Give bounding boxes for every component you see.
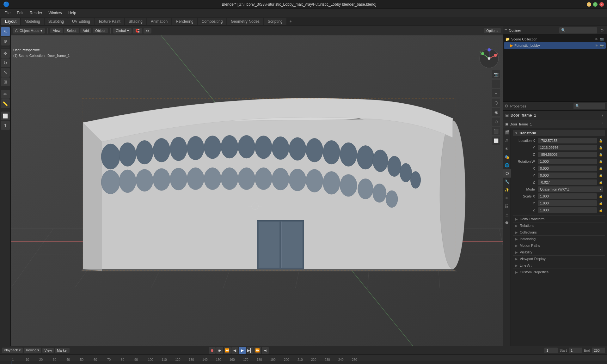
location-x-field[interactable]: -702.57153 xyxy=(538,138,597,143)
viewport[interactable]: ⬡ Object Mode ▾ View Select Add Object G… xyxy=(11,26,503,346)
props-tab-object[interactable]: ⬡ xyxy=(503,169,511,178)
scale-x-lock[interactable]: 🔒 xyxy=(598,193,603,199)
motion-paths-section[interactable]: ▶ Motion Paths xyxy=(513,242,605,249)
props-tab-data[interactable]: △ xyxy=(503,210,511,219)
mode-selector[interactable]: ⬡ Object Mode ▾ xyxy=(13,28,45,33)
menu-edit[interactable]: Edit xyxy=(14,10,26,16)
menu-file[interactable]: File xyxy=(2,10,13,16)
rotation-z-lock[interactable]: 🔒 xyxy=(598,179,603,185)
props-tab-material[interactable]: ⬟ xyxy=(503,219,511,227)
rotation-y-field[interactable]: 0.000 xyxy=(538,173,597,178)
proportional-edit-button[interactable]: ⊙ xyxy=(144,28,151,33)
view-menu[interactable]: View xyxy=(50,28,63,33)
visibility-section[interactable]: ▶ Visibility xyxy=(513,249,605,255)
camera-view-button[interactable]: 📷 xyxy=(492,70,500,78)
close-button[interactable]: ✕ xyxy=(599,2,604,7)
rendered-view-button[interactable]: ◉ xyxy=(492,108,500,116)
location-x-lock[interactable]: 🔒 xyxy=(598,138,603,143)
scale-z-lock[interactable]: 🔒 xyxy=(598,207,603,213)
keying-menu[interactable]: Keying ▾ xyxy=(24,348,41,353)
props-tab-world[interactable]: 🌐 xyxy=(503,161,511,169)
global-selector[interactable]: Global ▾ xyxy=(113,28,132,33)
line-art-section[interactable]: ▶ Line Art xyxy=(513,262,605,269)
location-z-field[interactable]: -854.56006 xyxy=(538,152,597,157)
snap-button[interactable]: 🧲 xyxy=(133,28,142,33)
props-tab-particles[interactable]: ✨ xyxy=(503,186,511,194)
next-keyframe-button[interactable]: ⏩ xyxy=(254,347,261,354)
properties-search[interactable]: 🔍 xyxy=(573,103,605,109)
render-icon-2[interactable]: 📷 xyxy=(599,43,604,48)
zoom-out-button[interactable]: − xyxy=(492,89,500,97)
tab-modeling[interactable]: Modeling xyxy=(21,18,44,25)
tab-rendering[interactable]: Rendering xyxy=(172,18,197,25)
scale-z-field[interactable]: 1.000 xyxy=(538,207,597,213)
rotate-tool-button[interactable]: ↻ xyxy=(1,58,10,67)
menu-render[interactable]: Render xyxy=(27,10,45,16)
scale-y-lock[interactable]: 🔒 xyxy=(598,200,603,206)
tab-layout[interactable]: Layout xyxy=(1,18,20,25)
select-tool-button[interactable]: ↖ xyxy=(1,27,10,36)
scale-x-field[interactable]: 1.000 xyxy=(538,193,597,199)
tab-animation[interactable]: Animation xyxy=(147,18,171,25)
options-button[interactable]: Options xyxy=(484,28,501,33)
tab-texture-paint[interactable]: Texture Paint xyxy=(95,18,124,25)
outliner-filter-icon[interactable]: ⚙ xyxy=(599,28,605,33)
shading-mode-button[interactable]: ⬜ xyxy=(492,136,500,145)
play-button[interactable]: ▶ xyxy=(239,347,246,354)
viewport-3d[interactable]: User Perspective (1) Scene Collection | … xyxy=(11,35,503,346)
props-tab-scene[interactable]: 🎭 xyxy=(503,153,511,161)
sub-obj-options[interactable]: ⋮ xyxy=(601,122,604,126)
menu-window[interactable]: Window xyxy=(46,10,64,16)
rotation-w-lock[interactable]: 🔒 xyxy=(598,159,603,164)
extrude-button[interactable]: ⬆ xyxy=(1,121,10,130)
jump-end-button[interactable]: ⏭ xyxy=(262,347,269,354)
tab-compositing[interactable]: Compositing xyxy=(198,18,227,25)
transform-tool-button[interactable]: ⊞ xyxy=(1,77,10,86)
marker-menu[interactable]: Marker xyxy=(55,348,70,353)
scale-y-field[interactable]: 1.000 xyxy=(538,200,597,206)
instancing-section[interactable]: ▶ Instancing xyxy=(513,235,605,242)
object-menu[interactable]: Object xyxy=(93,28,108,33)
zoom-in-button[interactable]: + xyxy=(492,80,500,88)
relations-section[interactable]: ▶ Relations xyxy=(513,222,605,229)
start-frame-field[interactable]: 1 xyxy=(569,348,582,353)
next-frame-button[interactable]: ▶▌ xyxy=(247,347,254,354)
props-tab-view[interactable]: 👁 xyxy=(503,145,511,153)
location-y-field[interactable]: 1216.09766 xyxy=(538,145,597,150)
props-tab-constraints[interactable]: ⛓ xyxy=(503,202,511,210)
select-menu[interactable]: Select xyxy=(64,28,79,33)
navigation-gizmo[interactable]: X Y Z xyxy=(478,47,500,70)
add-workspace-button[interactable]: + xyxy=(287,18,294,25)
outliner-search[interactable]: 🔍 xyxy=(559,27,597,33)
props-tab-physics[interactable]: ⚛ xyxy=(503,194,511,202)
tab-uv-editing[interactable]: UV Editing xyxy=(68,18,94,25)
add-menu[interactable]: Add xyxy=(80,28,92,33)
render-camera-icon[interactable]: 📷 xyxy=(599,37,604,42)
tab-sculpting[interactable]: Sculpting xyxy=(45,18,68,25)
rotation-mode-dropdown[interactable]: Quaternion (WXYZ) ▾ xyxy=(538,186,603,192)
collections-section[interactable]: ▶ Collections xyxy=(513,229,605,235)
visibility-icon-2[interactable]: 👁 xyxy=(594,43,599,48)
prev-frame-button[interactable]: ◀ xyxy=(231,347,238,354)
add-cube-button[interactable]: ⬜ xyxy=(1,112,10,120)
props-tab-output[interactable]: 🖨 xyxy=(503,136,511,145)
tab-shading[interactable]: Shading xyxy=(125,18,146,25)
location-z-lock[interactable]: 🔒 xyxy=(598,152,603,157)
playback-menu[interactable]: Playback ▾ xyxy=(2,348,23,353)
minimize-button[interactable]: ─ xyxy=(587,2,591,7)
jump-start-button[interactable]: ⏮ xyxy=(216,347,223,354)
view-menu-tl[interactable]: View xyxy=(42,348,54,353)
timeline-content[interactable] xyxy=(0,361,607,364)
visibility-eye-icon[interactable]: 👁 xyxy=(594,37,599,42)
location-y-lock[interactable]: 🔒 xyxy=(598,145,603,150)
xray-button[interactable]: ⬛ xyxy=(492,127,500,135)
annotate-tool-button[interactable]: ✏ xyxy=(1,90,10,99)
futuristic-lobby-item[interactable]: ▶ Futuristic_Lobby 👁 📷 xyxy=(504,42,606,49)
scale-tool-button[interactable]: ⤡ xyxy=(1,68,10,77)
rotation-x-field[interactable]: 0.000 xyxy=(538,166,597,171)
transform-section-header[interactable]: ▼ Transform xyxy=(513,130,605,136)
local-view-button[interactable]: ⬡ xyxy=(492,99,500,107)
overlay-button[interactable]: ⊙ xyxy=(492,118,500,126)
rotation-z-field[interactable]: -0.027 xyxy=(538,179,597,185)
viewport-display-section[interactable]: ▶ Viewport Display xyxy=(513,255,605,262)
